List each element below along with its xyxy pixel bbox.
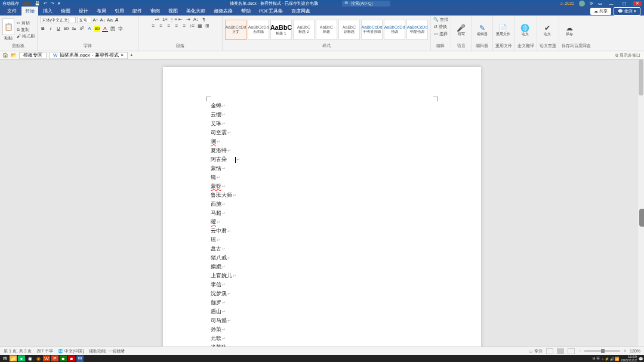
taskbar-app2-icon[interactable]: ■ <box>68 355 75 361</box>
tab-draw[interactable]: 绘图 <box>57 7 74 16</box>
text-line[interactable]: 曜 <box>211 218 433 227</box>
text-line[interactable]: 鲁班大师 <box>211 191 433 200</box>
text-line[interactable]: 孙策 <box>211 325 433 334</box>
bullets-button[interactable]: •≡ <box>154 17 160 22</box>
read-mode-button[interactable] <box>546 348 553 354</box>
align-right-button[interactable]: ≡ <box>166 23 172 29</box>
tab-layout[interactable]: 布局 <box>93 7 110 16</box>
comments-button[interactable]: 💬 批注 ▾ <box>614 7 640 16</box>
tab-pdf[interactable]: PDF工具集 <box>255 7 286 16</box>
multilevel-button[interactable]: ⋮≡ <box>170 17 175 22</box>
distribute-button[interactable]: ≡ <box>181 23 187 29</box>
autosave-toggle[interactable]: 自动保存 <box>2 1 19 7</box>
zoom-out-button[interactable]: − <box>578 349 581 353</box>
text-line[interactable]: 澜 <box>211 137 433 146</box>
autosave-switch[interactable] <box>23 2 31 6</box>
zoom-slider[interactable] <box>584 350 620 352</box>
text-line[interactable]: 盘古 <box>211 245 433 253</box>
tab-insert[interactable]: 插入 <box>39 7 56 16</box>
multiwindow-button[interactable]: ⧉ 显示多窗口 <box>615 52 644 58</box>
borders-button[interactable]: ⊞ <box>205 23 211 29</box>
taskbar-chrome-icon[interactable]: ◉ <box>26 355 33 361</box>
text-line[interactable]: 司马懿 <box>211 316 433 325</box>
side-panel-handle[interactable] <box>639 209 644 227</box>
justify-button[interactable]: ≡ <box>174 23 180 29</box>
taskbar-explorer-icon[interactable]: 📁 <box>10 355 17 361</box>
license-warning[interactable]: ⚠ 2021 <box>560 1 574 6</box>
search-box[interactable]: 🔍 搜索(Alt+Q) <box>342 1 390 7</box>
increase-indent-button[interactable]: ⇥ <box>185 17 191 22</box>
select-button[interactable]: ▭ 选择 <box>434 31 448 37</box>
status-accessibility[interactable]: 辅助功能: 一切就绪 <box>89 348 125 354</box>
text-line[interactable]: 马超 <box>211 209 433 218</box>
underline-button[interactable]: U <box>56 26 61 32</box>
close-button[interactable]: ✕ <box>633 1 642 6</box>
maximize-button[interactable]: ▢ <box>620 1 628 6</box>
text-line[interactable]: 云中君 <box>211 227 433 236</box>
scrollbar-thumb[interactable] <box>639 60 643 95</box>
redo-icon[interactable]: ↷ <box>51 1 54 6</box>
text-line[interactable]: 伽罗 <box>211 298 433 307</box>
text-line[interactable]: 盾山 <box>211 307 433 316</box>
text-line[interactable]: 猪八戒 <box>211 253 433 262</box>
style-4[interactable]: AaBbC标题 <box>316 20 337 40</box>
text-line[interactable]: 李信 <box>211 280 433 289</box>
page[interactable]: 金蝉云缨艾琳司空震澜夏洛特阿古朵蒙恬镜蒙犽鲁班大师西施马超曜云中君瑶盘古猪八戒嫦… <box>163 67 481 346</box>
taskbar-wps-icon[interactable]: W <box>43 355 50 361</box>
tab-references[interactable]: 引用 <box>111 7 128 16</box>
font-color-button[interactable]: A <box>102 26 108 32</box>
clear-format-button[interactable]: A̸ <box>114 17 120 23</box>
ribbon-display-icon[interactable]: ▭ <box>598 1 602 6</box>
text-line[interactable]: 沈梦溪 <box>211 289 433 298</box>
text-line[interactable]: 阿古朵 <box>211 155 433 164</box>
subscript-button[interactable]: x₂ <box>71 26 77 32</box>
print-layout-button[interactable] <box>557 348 564 354</box>
sync-icon[interactable]: ⟳ <box>590 1 593 6</box>
text-line[interactable]: 夏洛特 <box>211 146 433 155</box>
text-line[interactable]: 镜 <box>211 173 433 182</box>
taskbar-app1-icon[interactable]: ■ <box>60 355 67 361</box>
tab-review[interactable]: 审阅 <box>147 7 164 16</box>
highlight-button[interactable]: ab <box>94 26 100 32</box>
style-7[interactable]: AaBbCcDd强调 <box>384 20 405 40</box>
taskbar-wechat-icon[interactable]: ● <box>18 355 25 361</box>
minimize-button[interactable]: — <box>607 2 615 6</box>
text-line[interactable]: 瑶 <box>211 236 433 245</box>
decrease-indent-button[interactable]: ⇤ <box>177 17 183 22</box>
text-line[interactable]: 云缨 <box>211 110 433 119</box>
strikethrough-button[interactable]: ab <box>63 26 69 32</box>
tab-file[interactable]: 文件 <box>4 7 20 16</box>
find-button[interactable]: 🔍 查找 <box>433 17 448 23</box>
dictate-button[interactable]: 🎤听写 <box>454 24 469 36</box>
close-doc-tab-icon[interactable]: × <box>121 52 124 58</box>
taskbar-powerpoint-icon[interactable]: P <box>51 355 58 361</box>
change-case-button[interactable]: Aa <box>107 17 113 23</box>
text-line[interactable]: 蒙犽 <box>211 182 433 191</box>
status-language[interactable]: 🌐 中文(中国) <box>58 348 84 354</box>
thesis-check-button[interactable]: ✔论文 <box>540 24 555 36</box>
align-left-button[interactable]: ≡ <box>150 23 156 29</box>
format-painter-button[interactable]: 🖌 格式刷 <box>17 33 35 39</box>
style-5[interactable]: AaBbC副标题 <box>338 20 360 40</box>
tab-home[interactable]: 开始 <box>21 7 38 16</box>
copy-button[interactable]: ⧉ 复制 <box>17 27 35 33</box>
italic-button[interactable]: I <box>48 26 54 32</box>
text-line[interactable]: 艾琳 <box>211 119 433 128</box>
tray-date[interactable]: 2022/1/12 <box>621 358 637 362</box>
reuse-files-button[interactable]: 📄重用文件 <box>495 24 511 36</box>
web-layout-button[interactable] <box>568 348 575 354</box>
enclose-button[interactable]: 字 <box>118 26 124 32</box>
bold-button[interactable]: B <box>40 26 46 32</box>
tab-help[interactable]: 帮助 <box>238 7 254 16</box>
cut-button[interactable]: ✂ 剪切 <box>17 20 35 26</box>
text-line[interactable]: 上官婉儿 <box>211 271 433 280</box>
style-6[interactable]: AaBbCcDd不明显强调 <box>361 20 383 40</box>
paste-button[interactable]: 📋 <box>2 18 14 35</box>
tray-notifications-icon[interactable]: 💬 <box>639 357 643 361</box>
save-icon[interactable]: 💾 <box>35 1 40 6</box>
tab-supertable[interactable]: 超级表格 <box>210 7 236 16</box>
tab-baidu[interactable]: 百度网盘 <box>288 7 314 16</box>
taskbar-firefox-icon[interactable]: ◉ <box>35 355 42 361</box>
zoom-level[interactable]: 120% <box>630 349 640 353</box>
zoom-in-button[interactable]: + <box>624 349 626 353</box>
